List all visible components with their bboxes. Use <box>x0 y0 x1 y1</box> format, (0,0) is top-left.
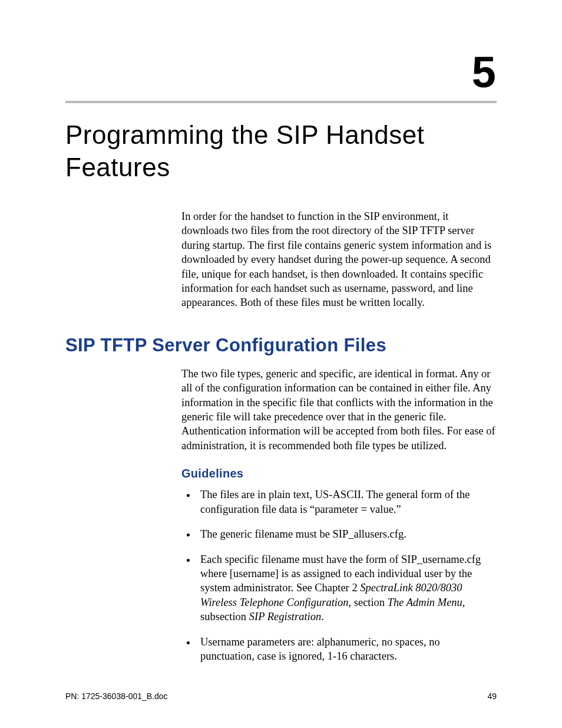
reference-italic: The Admin Menu <box>388 597 462 608</box>
page-footer: PN: 1725-36038-001_B.doc 49 <box>65 691 497 701</box>
list-item: Username parameters are: alphanumeric, n… <box>197 635 497 664</box>
list-item-text: . <box>321 611 324 622</box>
chapter-title: Programming the SIP Handset Features <box>65 118 497 183</box>
section-heading: SIP TFTP Server Configuration Files <box>65 335 497 356</box>
chapter-number: 5 <box>65 47 497 97</box>
intro-paragraph: In order for the handset to function in … <box>181 209 497 310</box>
list-item: Each specific filename must have the for… <box>197 552 497 624</box>
guidelines-heading: Guidelines <box>181 467 497 480</box>
list-item: The generic filename must be SIP_alluser… <box>197 527 497 541</box>
footer-page-number: 49 <box>487 691 497 701</box>
guidelines-list: The files are in plain text, US-ASCII. T… <box>181 487 497 663</box>
list-item-text: , section <box>348 597 387 608</box>
divider-rule <box>65 101 497 103</box>
footer-left: PN: 1725-36038-001_B.doc <box>65 691 168 701</box>
reference-italic: SIP Registration <box>249 611 321 622</box>
document-page: 5 Programming the SIP Handset Features I… <box>0 0 562 728</box>
list-item: The files are in plain text, US-ASCII. T… <box>197 487 497 516</box>
section-paragraph: The two file types, generic and specific… <box>181 367 497 453</box>
